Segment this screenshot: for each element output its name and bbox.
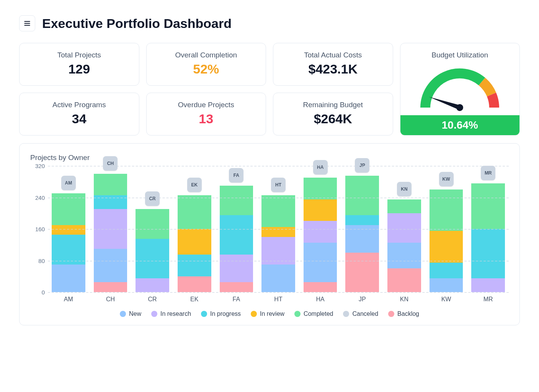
segment-in-review	[178, 229, 211, 255]
projects-by-owner-chart: Projects by Owner 080160240320 AMCHCREKF…	[19, 143, 520, 325]
legend-swatch	[343, 311, 349, 317]
segment-in-research	[471, 278, 505, 292]
kpi-label: Overall Completion	[154, 51, 258, 59]
segment-in-progress	[220, 215, 253, 255]
owner-avatar-CH: CH	[103, 156, 118, 171]
segment-backlog	[178, 276, 211, 292]
kpi-card-5: Remaining Budget $264K	[273, 93, 393, 136]
kpi-label: Active Programs	[27, 101, 131, 109]
kpi-value: $423.1K	[281, 62, 385, 77]
legend-swatch	[120, 311, 126, 317]
kpi-card-0: Total Projects 129	[19, 43, 139, 86]
segment-completed	[220, 186, 253, 215]
menu-button[interactable]	[19, 15, 35, 31]
segment-in-progress	[345, 215, 379, 225]
kpi-label: Total Actual Costs	[281, 51, 385, 59]
hamburger-icon	[23, 20, 31, 27]
gauge-value: 10.64%	[400, 115, 520, 135]
legend-swatch	[294, 311, 301, 317]
segment-new	[261, 265, 295, 292]
segment-in-progress	[471, 229, 505, 278]
segment-in-review	[304, 199, 337, 221]
legend-in-progress: In progress	[201, 310, 241, 317]
chart-title: Projects by Owner	[30, 154, 509, 162]
legend-completed: Completed	[294, 310, 333, 317]
owner-avatar-EK: EK	[187, 178, 202, 192]
segment-backlog	[220, 282, 253, 292]
segment-new	[52, 265, 85, 292]
y-tick: 80	[38, 257, 45, 264]
segment-completed	[94, 174, 127, 196]
segment-completed	[304, 178, 337, 199]
legend-in-research: In research	[151, 310, 191, 317]
gauge-chart	[418, 62, 502, 115]
kpi-label: Remaining Budget	[281, 101, 385, 109]
segment-in-progress	[430, 263, 463, 278]
kpi-value: $264K	[281, 111, 385, 126]
owner-avatar-KN: KN	[397, 182, 412, 196]
owner-avatar-MR: MR	[481, 166, 495, 180]
x-tick: CH	[94, 296, 127, 303]
legend-new: New	[120, 310, 141, 317]
segment-new	[430, 278, 463, 292]
kpi-card-2: Total Actual Costs $423.1K	[273, 43, 393, 86]
segment-completed	[52, 193, 85, 225]
segment-in-review	[430, 231, 463, 263]
x-tick: HT	[261, 296, 295, 303]
owner-avatar-JP: JP	[355, 158, 369, 173]
segment-backlog	[345, 253, 379, 292]
x-tick: KW	[430, 296, 463, 303]
segment-backlog	[94, 282, 127, 292]
x-tick: MR	[471, 296, 505, 303]
kpi-label: Overdue Projects	[154, 101, 258, 109]
segment-completed	[178, 195, 211, 229]
segment-in-review	[261, 227, 295, 237]
kpi-card-4: Overdue Projects 13	[146, 93, 266, 136]
segment-completed	[387, 199, 421, 213]
owner-avatar-CR: CR	[145, 191, 160, 206]
segment-completed	[345, 176, 379, 215]
x-tick: JP	[345, 296, 379, 303]
kpi-label: Total Projects	[27, 51, 131, 59]
segment-backlog	[387, 268, 421, 292]
legend-canceled: Canceled	[343, 310, 378, 317]
segment-new	[304, 243, 337, 282]
kpi-budget-utilization: Budget Utilization 10.64%	[400, 43, 520, 136]
page-title: Executive Portfolio Dashboard	[42, 16, 232, 31]
legend-swatch	[201, 311, 207, 317]
kpi-value: 52%	[154, 62, 258, 77]
segment-new	[387, 243, 421, 268]
x-tick: KN	[387, 296, 421, 303]
y-tick: 320	[35, 163, 45, 169]
x-tick: HA	[304, 296, 337, 303]
segment-new	[94, 249, 127, 283]
segment-in-research	[220, 255, 253, 282]
owner-avatar-KW: KW	[439, 172, 454, 186]
segment-completed	[430, 189, 463, 231]
segment-backlog	[304, 282, 337, 292]
legend-swatch	[388, 311, 394, 317]
x-tick: AM	[52, 296, 85, 303]
kpi-card-1: Overall Completion 52%	[146, 43, 266, 86]
segment-in-research	[387, 213, 421, 243]
legend-swatch	[151, 311, 157, 317]
kpi-value: 34	[27, 111, 131, 126]
legend-swatch	[251, 311, 257, 317]
segment-in-progress	[52, 235, 85, 264]
kpi-value: 13	[154, 111, 258, 126]
owner-avatar-AM: AM	[61, 176, 76, 190]
legend-in-review: In review	[251, 310, 284, 317]
segment-in-progress	[136, 239, 169, 278]
x-tick: FA	[220, 296, 253, 303]
x-tick: EK	[178, 296, 211, 303]
x-tick: CR	[136, 296, 169, 303]
segment-in-progress	[178, 255, 211, 276]
y-tick: 240	[35, 194, 45, 201]
segment-completed	[261, 195, 295, 227]
kpi-card-3: Active Programs 34	[19, 93, 139, 136]
segment-in-research	[304, 221, 337, 243]
owner-avatar-HT: HT	[271, 178, 286, 192]
legend-backlog: Backlog	[388, 310, 419, 317]
segment-completed	[471, 183, 505, 229]
segment-in-review	[52, 225, 85, 235]
